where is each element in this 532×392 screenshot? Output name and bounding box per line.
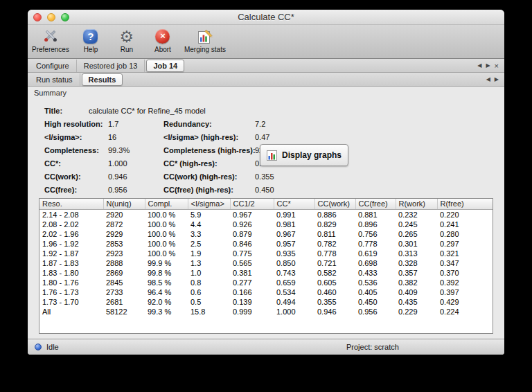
table-cell: 0.405 [355,287,396,297]
run-button[interactable]: ⚙ Run [112,27,141,53]
subtab-scroll-right-button[interactable]: ▶ [495,76,499,82]
table-cell: 0.355 [314,297,355,307]
table-cell: 0.605 [314,278,355,287]
tab-scroll-right-button[interactable]: ▶ [486,62,490,69]
table-row[interactable]: 1.96 - 1.922853100.0 %2.50.8460.9570.782… [39,239,493,249]
table-cell: 2.14 - 2.08 [39,209,103,220]
column-header[interactable]: Reso. [39,199,103,209]
help-button[interactable]: ? Help [76,27,105,53]
minimize-button[interactable] [47,13,55,21]
table-cell: 0.450 [355,297,396,307]
preferences-icon [42,27,59,46]
column-header[interactable]: Compl. [145,199,188,209]
table-cell: 0.8 [188,278,230,287]
preferences-button[interactable]: Preferences [32,27,69,53]
status-text: Idle [46,343,59,351]
subtab-scroll-left-button[interactable]: ◀ [486,76,490,82]
summary-value: 99.3% [108,146,163,154]
table-cell: 0.220 [437,209,493,220]
column-header[interactable]: N(uniq) [103,199,145,209]
table-cell: 0.301 [396,239,437,249]
zoom-button[interactable] [61,13,69,21]
table-cell: 2923 [103,249,145,258]
table-cell: 99.3 % [145,307,188,317]
table-cell: 0.756 [355,229,396,239]
table-cell: 0.981 [274,220,314,229]
table-cell: 0.778 [314,249,355,258]
summary-value: 1.000 [108,159,163,168]
table-cell: 96.4 % [145,287,188,297]
summary-label: CC(work) (high-res): [163,172,255,181]
tab-restored-job-13[interactable]: Restored job 13 [77,60,145,72]
display-graphs-button[interactable]: Display graphs [260,144,348,166]
table-cell: 2920 [103,209,145,220]
column-header[interactable]: R(work) [396,199,437,209]
tab-results[interactable]: Results [82,73,123,86]
table-row[interactable]: 1.87 - 1.83288899.9 %1.30.5650.8500.7210… [39,258,493,268]
tab-job-14[interactable]: Job 14 [146,60,184,72]
summary-value: 7.2 [255,120,342,128]
table-cell: 5.9 [188,209,230,220]
column-header[interactable]: CC1/2 [230,199,274,209]
summary-value: 16 [108,133,163,141]
table-cell: 0.229 [396,307,437,317]
tab-close-button[interactable]: × [495,63,499,69]
table-cell: 0.435 [396,297,437,307]
table-cell: 0.382 [396,278,437,287]
summary-label: <I/sigma>: [44,133,108,141]
table-cell: 0.139 [230,297,274,307]
summary-label: Completeness: [44,146,108,154]
table-cell: 2929 [103,229,145,239]
merging-stats-button[interactable]: Merging stats [184,27,226,53]
table-row[interactable]: 2.02 - 1.962929100.0 %3.30.8790.9670.811… [39,229,493,239]
table-cell: 0.297 [437,239,493,249]
table-cell: 0.392 [437,278,493,287]
table-row[interactable]: 1.83 - 1.80286999.8 %1.00.3810.7430.5820… [39,268,493,278]
toolbar: Preferences ? Help ⚙ Run × Abort [28,25,504,59]
help-icon: ? [83,27,98,46]
table-row[interactable]: 1.76 - 1.73273396.4 %0.60.1660.5340.4600… [39,287,493,297]
titlebar[interactable]: Calculate CC* [28,10,504,25]
table-row[interactable]: 2.14 - 2.082920100.0 %5.90.9670.9910.886… [39,209,493,220]
tab-configure[interactable]: Configure [29,60,77,72]
column-header[interactable]: <I/sigma> [188,199,230,209]
summary-title-label: Title: [44,107,89,115]
table-cell: 1.9 [188,249,230,258]
status-bar: Idle Project: scratch [28,339,504,355]
table-cell: 0.265 [396,229,437,239]
table-cell: 3.3 [188,229,230,239]
table-row[interactable]: 2.08 - 2.022872100.0 %4.40.9260.9810.829… [39,220,493,229]
table-row[interactable]: 1.92 - 1.872923100.0 %1.90.7750.9350.778… [39,249,493,258]
summary-label: <I/sigma> (high-res): [163,133,255,141]
summary-value: 0.956 [108,186,163,194]
table-cell: 0.429 [437,297,493,307]
column-header[interactable]: CC(free) [355,199,396,209]
summary-value: 1.7 [108,120,163,128]
table-cell: 1.83 - 1.80 [39,268,103,278]
summary-section: Title: calculate CC* for Refine_45 model… [39,104,493,201]
table-row[interactable]: 1.80 - 1.76284598.5 %0.80.2770.6590.6050… [39,278,493,287]
table-cell: 0.370 [437,268,493,278]
table-cell: 0.957 [274,239,314,249]
table-cell: 0.347 [437,258,493,268]
tab-scroll-left-button[interactable]: ◀ [477,62,481,69]
table-cell: 1.92 - 1.87 [39,249,103,258]
tab-run-status[interactable]: Run status [29,73,80,86]
column-header[interactable]: R(free) [437,199,493,209]
close-button[interactable] [33,13,42,21]
table-row[interactable]: All5812299.3 %15.80.9991.0000.9460.9560.… [39,307,493,317]
table-cell: 0.321 [437,249,493,258]
table-cell: 0.536 [355,278,396,287]
summary-label: CC*: [44,159,108,168]
table-cell: 0.991 [274,209,314,220]
abort-icon: × [155,27,170,46]
table-cell: 58122 [103,307,145,317]
column-header[interactable]: CC(work) [314,199,355,209]
abort-button[interactable]: × Abort [148,27,177,53]
table-cell: 0.357 [396,268,437,278]
table-cell: 2.02 - 1.96 [39,229,103,239]
table-cell: 0.245 [396,220,437,229]
column-header[interactable]: CC* [274,199,314,209]
table-row[interactable]: 1.73 - 1.70268192.0 %0.50.1390.4940.3550… [39,297,493,307]
table-cell: 0.241 [437,220,493,229]
